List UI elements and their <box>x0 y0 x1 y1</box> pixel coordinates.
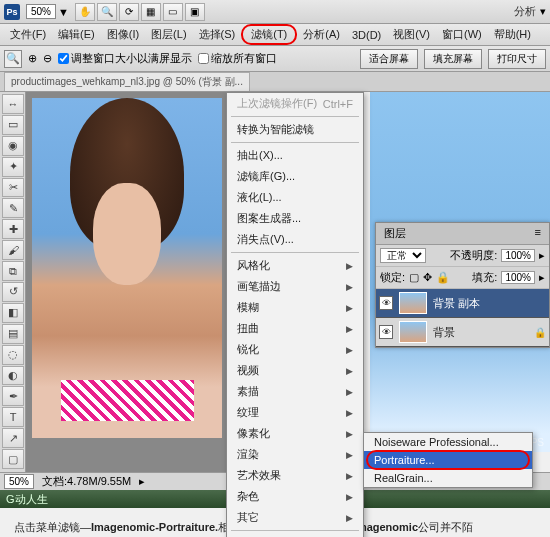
menu-view[interactable]: 视图(V) <box>387 25 436 44</box>
zoom-in-icon[interactable]: ⊕ <box>28 52 37 65</box>
filter-smart[interactable]: 转换为智能滤镜 <box>227 119 363 140</box>
lock-all-icon[interactable]: 🔒 <box>436 271 450 284</box>
filter-liquify[interactable]: 液化(L)... <box>227 187 363 208</box>
tool-preset-icon[interactable]: 🔍 <box>4 50 22 68</box>
app-icon: Ps <box>4 4 20 20</box>
filter-gallery[interactable]: 滤镜库(G)... <box>227 166 363 187</box>
zoom-dropdown-icon[interactable]: ▼ <box>58 6 69 18</box>
lasso-tool[interactable]: ◉ <box>2 136 24 156</box>
filter-blur[interactable]: 模糊▶ <box>227 297 363 318</box>
move-tool[interactable]: ↔ <box>2 94 24 114</box>
filter-other[interactable]: 其它▶ <box>227 507 363 528</box>
submenu-portraiture[interactable]: Portraiture... <box>364 451 532 469</box>
filter-distort[interactable]: 扭曲▶ <box>227 318 363 339</box>
visibility-icon[interactable]: 👁 <box>379 325 393 339</box>
fill-screen-button[interactable]: 填充屏幕 <box>424 49 482 69</box>
filter-stylize[interactable]: 风格化▶ <box>227 255 363 276</box>
analysis-dropdown-icon[interactable]: ▾ <box>540 5 546 18</box>
lock-row: 锁定: ▢ ✥ 🔒 填充: 100% ▸ <box>376 267 549 289</box>
lock-label: 锁定: <box>380 270 405 285</box>
layer-row[interactable]: 👁 背景 副本 <box>376 289 549 318</box>
filter-render[interactable]: 渲染▶ <box>227 444 363 465</box>
image-face <box>93 183 161 285</box>
filter-eyecandy[interactable]: Eye Candy 4000▶ <box>227 533 363 537</box>
menu-help[interactable]: 帮助(H) <box>488 25 537 44</box>
fit-screen-button[interactable]: 适合屏幕 <box>360 49 418 69</box>
filter-vanishing[interactable]: 消失点(V)... <box>227 229 363 250</box>
filter-pixelate[interactable]: 像素化▶ <box>227 423 363 444</box>
filter-sketch[interactable]: 素描▶ <box>227 381 363 402</box>
submenu-noiseware[interactable]: Noiseware Professional... <box>364 433 532 451</box>
fill-arrow-icon[interactable]: ▸ <box>539 271 545 284</box>
menu-analysis[interactable]: 分析(A) <box>297 25 346 44</box>
grid-icon[interactable]: ▦ <box>141 3 161 21</box>
menu-layer[interactable]: 图层(L) <box>145 25 192 44</box>
filter-texture[interactable]: 纹理▶ <box>227 402 363 423</box>
menu-select[interactable]: 选择(S) <box>193 25 242 44</box>
filter-noise[interactable]: 杂色▶ <box>227 486 363 507</box>
filter-artistic[interactable]: 艺术效果▶ <box>227 465 363 486</box>
print-size-button[interactable]: 打印尺寸 <box>488 49 546 69</box>
dodge-tool[interactable]: ◐ <box>2 366 24 386</box>
document-tab[interactable]: productimages_wehkamp_nl3.jpg @ 50% (背景 … <box>4 72 250 91</box>
marquee-tool[interactable]: ▭ <box>2 115 24 135</box>
canvas-area <box>26 92 228 472</box>
filter-sharpen[interactable]: 锐化▶ <box>227 339 363 360</box>
toolbox: ↔ ▭ ◉ ✦ ✂ ✎ ✚ 🖌 ⧉ ↺ ◧ ▤ ◌ ◐ ✒ T ↗ ▢ <box>0 92 26 472</box>
status-zoom[interactable]: 50% <box>4 474 34 489</box>
visibility-icon[interactable]: 👁 <box>379 296 393 310</box>
submenu-realgrain[interactable]: RealGrain... <box>364 469 532 487</box>
zoom-icon[interactable]: 🔍 <box>97 3 117 21</box>
zoom-field[interactable]: 50% <box>26 4 56 19</box>
filter-video[interactable]: 视频▶ <box>227 360 363 381</box>
layers-panel: 图层≡ 正常 不透明度: 100% ▸ 锁定: ▢ ✥ 🔒 填充: 100% ▸… <box>375 222 550 348</box>
menu-file[interactable]: 文件(F) <box>4 25 52 44</box>
fill-field[interactable]: 100% <box>501 271 535 284</box>
layer-row[interactable]: 👁 背景 🔒 <box>376 318 549 347</box>
layer-thumbnail[interactable] <box>399 292 427 314</box>
shape-tool[interactable]: ▢ <box>2 449 24 469</box>
menu-3d[interactable]: 3D(D) <box>346 27 387 43</box>
resize-window-checkbox[interactable]: 调整窗口大小以满屏显示 <box>58 51 192 66</box>
zoom-all-checkbox[interactable]: 缩放所有窗口 <box>198 51 277 66</box>
heal-tool[interactable]: ✚ <box>2 219 24 239</box>
screen-icon[interactable]: ▣ <box>185 3 205 21</box>
status-arrow-icon[interactable]: ▸ <box>139 475 145 488</box>
stamp-tool[interactable]: ⧉ <box>2 261 24 281</box>
blend-mode-select[interactable]: 正常 <box>380 248 426 263</box>
menu-image[interactable]: 图像(I) <box>101 25 145 44</box>
layers-tab[interactable]: 图层≡ <box>376 223 549 245</box>
wand-tool[interactable]: ✦ <box>2 157 24 177</box>
blur-tool[interactable]: ◌ <box>2 345 24 365</box>
hand-icon[interactable]: ✋ <box>75 3 95 21</box>
history-brush-tool[interactable]: ↺ <box>2 282 24 302</box>
layer-thumbnail[interactable] <box>399 321 427 343</box>
opacity-label: 不透明度: <box>450 248 497 263</box>
pen-tool[interactable]: ✒ <box>2 386 24 406</box>
arrange-icon[interactable]: ▭ <box>163 3 183 21</box>
opacity-arrow-icon[interactable]: ▸ <box>539 249 545 262</box>
analysis-menu[interactable]: 分析 <box>514 4 536 19</box>
opacity-field[interactable]: 100% <box>501 249 535 262</box>
filter-pattern[interactable]: 图案生成器... <box>227 208 363 229</box>
type-tool[interactable]: T <box>2 407 24 427</box>
lock-position-icon[interactable]: ✥ <box>423 271 432 284</box>
lock-pixels-icon[interactable]: ▢ <box>409 271 419 284</box>
rotate-icon[interactable]: ⟳ <box>119 3 139 21</box>
menu-filter[interactable]: 滤镜(T) <box>241 24 297 45</box>
zoom-out-icon[interactable]: ⊖ <box>43 52 52 65</box>
eyedropper-tool[interactable]: ✎ <box>2 198 24 218</box>
menu-window[interactable]: 窗口(W) <box>436 25 488 44</box>
image-clothing <box>61 380 194 421</box>
crop-tool[interactable]: ✂ <box>2 178 24 198</box>
brush-tool[interactable]: 🖌 <box>2 240 24 260</box>
path-tool[interactable]: ↗ <box>2 428 24 448</box>
eraser-tool[interactable]: ◧ <box>2 303 24 323</box>
panel-menu-icon[interactable]: ≡ <box>535 226 541 241</box>
gradient-tool[interactable]: ▤ <box>2 324 24 344</box>
filter-extract[interactable]: 抽出(X)... <box>227 145 363 166</box>
status-doc: 文档:4.78M/9.55M <box>42 474 131 489</box>
filter-brushstrokes[interactable]: 画笔描边▶ <box>227 276 363 297</box>
canvas[interactable] <box>32 98 222 438</box>
menu-edit[interactable]: 编辑(E) <box>52 25 101 44</box>
